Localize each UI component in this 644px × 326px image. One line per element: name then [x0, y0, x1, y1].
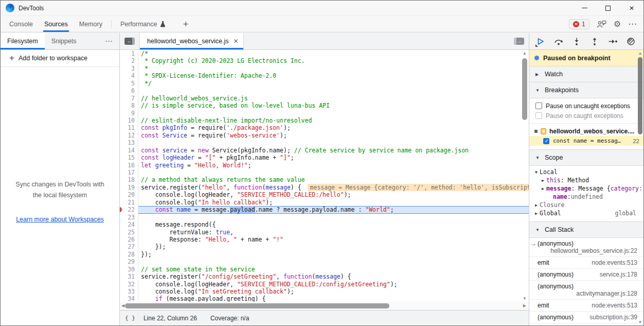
scope-row[interactable]: ▶this: Method: [529, 176, 643, 184]
line-number[interactable]: 28: [120, 251, 138, 258]
line-number[interactable]: 12: [120, 132, 138, 139]
line-number-gutter[interactable]: 17: [120, 169, 138, 176]
tab-sources[interactable]: Sources: [39, 16, 74, 32]
pretty-print-button[interactable]: { }: [125, 315, 135, 321]
call-stack-frame[interactable]: (anonymous)activitymanager.js:128: [529, 281, 643, 300]
vertical-scroll-thumb[interactable]: [522, 58, 527, 120]
horizontal-scroll-thumb[interactable]: [125, 303, 389, 308]
line-number-gutter[interactable]: 12: [120, 132, 138, 139]
line-number[interactable]: 11: [120, 124, 138, 131]
line-number-gutter[interactable]: 16: [120, 162, 138, 169]
line-number-gutter[interactable]: 11: [120, 124, 138, 131]
scroll-right-icon[interactable]: ▶: [523, 303, 526, 308]
line-number[interactable]: 20: [120, 191, 138, 198]
line-number[interactable]: 5: [120, 80, 138, 87]
pause-caught-row[interactable]: Pause on caught exceptions: [529, 111, 643, 121]
line-number[interactable]: 2: [120, 57, 138, 64]
call-stack-frame[interactable]: emitnode:events:513: [529, 300, 643, 312]
debugger-scroll-thumb[interactable]: [638, 57, 642, 134]
navigator-more-tabs-button[interactable]: ⋯: [105, 37, 113, 46]
line-number-gutter[interactable]: 14: [120, 147, 138, 154]
breakpoints-section-header[interactable]: ▼ Breakpoints: [529, 82, 643, 98]
scroll-down-icon[interactable]: ▼: [521, 296, 528, 301]
line-number[interactable]: 29: [120, 258, 138, 265]
line-number-gutter[interactable]: 23: [120, 214, 138, 221]
line-number[interactable]: 22: [120, 206, 138, 213]
editor-vertical-scrollbar[interactable]: ▲ ▼: [521, 50, 528, 302]
line-number-gutter[interactable]: 1: [120, 50, 138, 57]
checkbox-unchecked-icon[interactable]: [535, 102, 542, 109]
line-number[interactable]: 19: [120, 184, 138, 191]
error-badge[interactable]: ✕ 1: [569, 19, 589, 29]
call-stack-frame[interactable]: emitnode:events:513: [529, 257, 643, 269]
issues-button[interactable]: [597, 20, 606, 28]
line-number[interactable]: 33: [120, 288, 138, 295]
line-number[interactable]: 27: [120, 243, 138, 250]
line-number[interactable]: 15: [120, 154, 138, 161]
resume-button[interactable]: [533, 35, 548, 48]
tab-performance[interactable]: Performance: [115, 16, 172, 32]
close-button[interactable]: ✕: [620, 1, 643, 15]
step-into-button[interactable]: [569, 35, 584, 48]
line-number-gutter[interactable]: 34: [120, 295, 138, 302]
scroll-up-icon[interactable]: ▲: [521, 51, 528, 56]
expand-arrow-icon[interactable]: ▶: [542, 186, 546, 191]
tab-memory[interactable]: Memory: [74, 16, 108, 32]
deactivate-breakpoints-button[interactable]: [623, 35, 638, 48]
line-number-gutter[interactable]: 28: [120, 251, 138, 258]
scope-row[interactable]: ▶message: Message {category:: [529, 184, 643, 193]
expand-arrow-icon[interactable]: ▼: [535, 170, 540, 175]
line-number[interactable]: 32: [120, 281, 138, 288]
debugger-scrollbar[interactable]: ▲ ▼: [637, 50, 643, 325]
line-number[interactable]: 17: [120, 169, 138, 176]
line-number[interactable]: 16: [120, 162, 138, 169]
line-number-gutter[interactable]: 4: [120, 72, 138, 79]
line-number-gutter[interactable]: 20: [120, 191, 138, 198]
hide-debugger-button[interactable]: →: [514, 33, 524, 49]
line-number-gutter[interactable]: 26: [120, 236, 138, 243]
line-number[interactable]: 25: [120, 229, 138, 236]
add-folder-button[interactable]: + Add folder to workspace: [1, 50, 119, 67]
line-number-gutter[interactable]: 27: [120, 243, 138, 250]
line-number[interactable]: 21: [120, 199, 138, 206]
breakpoint-entry[interactable]: const name = messag… 22: [529, 136, 643, 146]
call-stack-section-header[interactable]: ▼ Call Stack: [529, 222, 643, 238]
line-number-gutter[interactable]: 29: [120, 258, 138, 265]
line-number[interactable]: 9: [120, 110, 138, 117]
scope-section-header[interactable]: ▼ Scope: [529, 150, 643, 166]
line-number-gutter[interactable]: 19: [120, 184, 138, 191]
line-number-gutter[interactable]: 7: [120, 95, 138, 102]
line-number-gutter[interactable]: 9: [120, 110, 138, 117]
line-number[interactable]: 31: [120, 273, 138, 280]
line-number[interactable]: 10: [120, 117, 138, 124]
line-number-gutter[interactable]: 21: [120, 199, 138, 206]
tab-snippets[interactable]: Snippets: [45, 33, 83, 49]
scope-row[interactable]: ▶Globalglobal: [529, 209, 643, 217]
minimize-button[interactable]: [573, 1, 596, 15]
more-options-button[interactable]: ⋯: [628, 19, 637, 29]
line-number-gutter[interactable]: 31: [120, 273, 138, 280]
line-number[interactable]: 30: [120, 266, 138, 273]
scope-row[interactable]: ▼Local: [529, 168, 643, 176]
pause-uncaught-row[interactable]: Pause on uncaught exceptions: [529, 101, 643, 111]
scroll-left-icon[interactable]: ◀: [121, 303, 124, 308]
checkbox-checked-icon[interactable]: [543, 138, 549, 144]
line-number-gutter[interactable]: 6: [120, 87, 138, 94]
maximize-button[interactable]: [596, 1, 620, 15]
expand-arrow-icon[interactable]: ▶: [535, 203, 540, 208]
line-number[interactable]: 8: [120, 102, 138, 109]
tab-console[interactable]: Console: [4, 16, 39, 32]
tab-filesystem[interactable]: Filesystem: [1, 33, 45, 49]
line-number[interactable]: 14: [120, 147, 138, 154]
line-number[interactable]: 18: [120, 176, 138, 183]
line-number[interactable]: 26: [120, 236, 138, 243]
line-number-gutter[interactable]: 5: [120, 80, 138, 87]
expand-arrow-icon[interactable]: ▶: [535, 211, 540, 216]
line-number[interactable]: 24: [120, 221, 138, 228]
line-number-gutter[interactable]: 32: [120, 281, 138, 288]
call-stack-frame[interactable]: emitnode:events:513: [529, 323, 643, 325]
learn-more-link[interactable]: Learn more about Workspaces: [16, 216, 104, 223]
line-number-gutter[interactable]: 3: [120, 65, 138, 72]
line-number-gutter[interactable]: 10: [120, 117, 138, 124]
code-editor[interactable]: 1/*2 * Copyright (c) 2020-2023 LG Electr…: [120, 50, 529, 302]
